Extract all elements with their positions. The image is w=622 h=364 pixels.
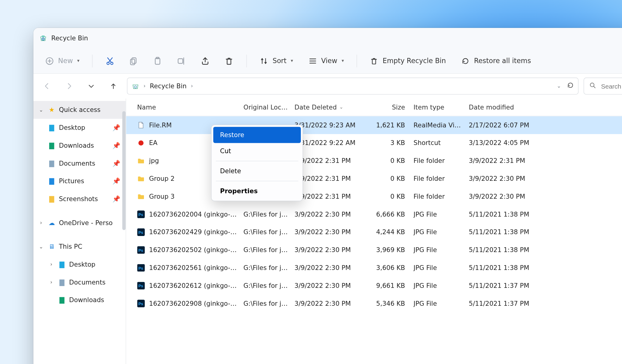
copy-button[interactable] xyxy=(127,54,141,68)
sidebar-item-documents[interactable]: ▇Documents📌 xyxy=(33,154,126,172)
cell-deleted: 3/9/2022 2:30 PM xyxy=(295,228,367,236)
monitor-icon: 🖥 xyxy=(48,243,56,250)
view-icon xyxy=(308,57,317,65)
this-pc-label: This PC xyxy=(59,243,82,250)
refresh-button[interactable] xyxy=(567,82,574,90)
cell-name: Ps1620736202502 (ginkgo-… xyxy=(137,246,244,254)
svg-text:Ps: Ps xyxy=(138,248,143,253)
svg-line-23 xyxy=(594,86,595,88)
table-row[interactable]: Ps1620736202561 (ginkgo-…G:\Files for j…… xyxy=(126,259,622,277)
sidebar-item-downloads[interactable]: ▇Downloads📌 xyxy=(33,136,126,154)
cell-size: 0 KB xyxy=(367,193,414,200)
col-orig[interactable]: Original Loca… xyxy=(244,103,295,111)
sort-label: Sort xyxy=(272,57,286,65)
sidebar-pc-downloads[interactable]: ▇Downloads xyxy=(33,291,126,309)
file-name: 1620736202561 (ginkgo-… xyxy=(149,264,237,271)
sidebar-item-label: Downloads xyxy=(59,142,94,149)
cell-size: 3,606 KB xyxy=(367,264,414,271)
back-button[interactable] xyxy=(39,78,56,95)
new-button[interactable]: New ▾ xyxy=(43,54,82,68)
sidebar item-label: Desktop xyxy=(59,124,85,131)
folder-icon xyxy=(137,193,145,200)
cloud-icon: ☁ xyxy=(48,219,56,227)
ctx-delete[interactable]: Delete xyxy=(213,163,301,179)
cell-deleted: 3/31/2022 9:23 AM xyxy=(295,121,367,129)
breadcrumb[interactable]: Recycle Bin xyxy=(150,82,186,90)
col-deleted[interactable]: Date Deleted⌄ xyxy=(295,103,367,111)
cell-type: Shortcut xyxy=(414,139,469,147)
pin-icon: 📌 xyxy=(112,177,121,185)
col-type[interactable]: Item type xyxy=(414,103,469,111)
sidebar-item-desktop[interactable]: ▇Desktop📌 xyxy=(33,119,126,137)
recent-button[interactable] xyxy=(83,78,100,95)
sidebar-pc-documents[interactable]: ›▇Documents xyxy=(33,273,126,291)
folder-icon: ▇ xyxy=(48,195,56,203)
search-box[interactable] xyxy=(584,78,622,95)
share-button[interactable] xyxy=(198,54,213,68)
cell-modified: 5/11/2021 1:38 PM xyxy=(469,211,541,218)
cell-orig: G:\Files for j… xyxy=(244,282,295,289)
forward-button[interactable] xyxy=(61,78,78,95)
cell-size: 0 KB xyxy=(367,175,414,182)
table-row[interactable]: jpg3/9/2022 2:31 PM0 KBFile folder3/9/20… xyxy=(126,152,622,170)
file-name: Group 2 xyxy=(149,175,175,182)
sidebar-item-pictures[interactable]: ▇Pictures📌 xyxy=(33,172,126,190)
cell-size: 3,969 KB xyxy=(367,246,414,254)
photoshop-icon: Ps xyxy=(137,264,145,271)
sidebar-item-screenshots[interactable]: ▇Screenshots📌 xyxy=(33,190,126,208)
table-row[interactable]: Ps1620736202502 (ginkgo-…G:\Files for j…… xyxy=(126,241,622,259)
restore-all-button[interactable]: Restore all items xyxy=(459,54,533,68)
col-modified[interactable]: Date modified xyxy=(469,103,541,111)
table-row[interactable]: Ps1620736202612 (ginkgo-…G:\Files for j…… xyxy=(126,277,622,295)
svg-rect-13 xyxy=(131,59,135,64)
sidebar-scrollbar[interactable] xyxy=(122,111,126,230)
sidebar-quick-access[interactable]: ⌄ ★ Quick access xyxy=(33,101,126,119)
paste-button[interactable] xyxy=(151,54,165,68)
delete-button[interactable] xyxy=(222,54,237,68)
cut-button[interactable] xyxy=(103,54,118,68)
cell-deleted: 3/31/2022 9:22 AM xyxy=(295,139,367,147)
menu-separator xyxy=(216,181,299,181)
address-dropdown[interactable]: ⌄ xyxy=(557,83,561,89)
table-row[interactable]: Ps1620736202004 (ginkgo-…G:\Files for j…… xyxy=(126,205,622,223)
sidebar-onedrive[interactable]: › ☁ OneDrive - Perso xyxy=(33,214,126,232)
quick-access-label: Quick access xyxy=(59,106,101,114)
cell-deleted: 3/9/2022 2:31 PM xyxy=(295,193,367,200)
address-bar[interactable]: › Recycle Bin › ⌄ xyxy=(127,78,579,95)
table-row[interactable]: Ps1620736202429 (ginkgo-…G:\Files for j…… xyxy=(126,223,622,241)
svg-text:Ps: Ps xyxy=(138,284,143,288)
sort-button[interactable]: Sort ▾ xyxy=(257,54,296,68)
search-input[interactable] xyxy=(601,83,622,90)
cell-deleted: 3/9/2022 2:30 PM xyxy=(295,300,367,307)
cell-type: JPG File xyxy=(414,300,469,307)
sidebar-this-pc[interactable]: ⌄ 🖥 This PC xyxy=(33,238,126,256)
restore-label: Restore all items xyxy=(474,57,531,65)
table-row[interactable]: Group 23/9/2022 2:31 PM0 KBFile folder3/… xyxy=(126,170,622,188)
table-row[interactable]: Ps1620736202908 (ginkgo-…G:\Files for j…… xyxy=(126,295,622,312)
paste-icon xyxy=(153,56,162,66)
table-row[interactable]: EA3/31/2022 9:22 AM3 KBShortcut3/13/2022… xyxy=(126,134,622,152)
svg-rect-16 xyxy=(178,59,183,63)
rename-button[interactable] xyxy=(174,54,189,68)
ctx-restore[interactable]: Restore xyxy=(213,127,301,143)
sidebar-pc-desktop[interactable]: ›▇Desktop xyxy=(33,255,126,273)
table-row[interactable]: File.RM3/31/2022 9:23 AM1,621 KBRealMedi… xyxy=(126,116,622,134)
ctx-properties[interactable]: Properties xyxy=(213,183,301,199)
cell-deleted: 3/9/2022 2:30 PM xyxy=(295,282,367,289)
photoshop-icon: Ps xyxy=(137,228,145,236)
col-name[interactable]: Name xyxy=(137,103,244,111)
file-name: 1620736202004 (ginkgo-… xyxy=(149,211,237,218)
chevron-right-icon: › xyxy=(48,279,55,285)
empty-recycle-bin-button[interactable]: Empty Recycle Bin xyxy=(367,54,448,68)
up-button[interactable] xyxy=(105,78,122,95)
cell-modified: 3/9/2022 2:30 PM xyxy=(469,175,541,182)
context-menu: Restore Cut Delete Properties xyxy=(211,125,303,201)
table-row[interactable]: Group 3G:\Files for j…3/9/2022 2:31 PM0 … xyxy=(126,187,622,205)
cell-orig: G:\Files for j… xyxy=(244,228,295,236)
cell-size: 6,666 KB xyxy=(367,211,414,218)
ctx-cut[interactable]: Cut xyxy=(213,143,301,159)
cell-type: RealMedia Vi… xyxy=(414,121,469,129)
chevron-down-icon: ▾ xyxy=(77,58,80,63)
col-size[interactable]: Size xyxy=(367,103,414,111)
view-button[interactable]: View ▾ xyxy=(306,54,347,68)
